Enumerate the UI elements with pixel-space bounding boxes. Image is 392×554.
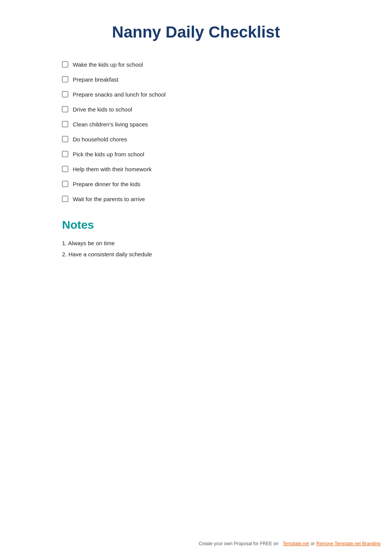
checkbox-8[interactable] (62, 166, 68, 172)
checkbox-5[interactable] (62, 121, 68, 127)
checkbox-9[interactable] (62, 181, 68, 187)
checkbox-7[interactable] (62, 151, 68, 157)
page-title: Nanny Daily Checklist (62, 23, 330, 41)
note-item-1: 1. Always be on time (62, 239, 330, 248)
checkbox-1[interactable] (62, 61, 68, 67)
footer-prefix: Create your own Proposal for FREE on (199, 541, 278, 546)
list-item: Clean children's living spaces (62, 120, 330, 128)
list-item: Do household chores (62, 135, 330, 143)
notes-heading: Notes (62, 218, 330, 231)
checkbox-3[interactable] (62, 91, 68, 97)
list-item: Drive the kids to school (62, 105, 330, 113)
checklist-label-3: Prepare snacks and lunch for school (73, 90, 166, 98)
list-item: Prepare snacks and lunch for school (62, 90, 330, 98)
note-item-2: 2. Have a consistent daily schedule (62, 250, 330, 259)
footer: Create your own Proposal for FREE on Tem… (199, 541, 381, 546)
checklist-label-1: Wake the kids up for school (73, 61, 143, 69)
checkbox-10[interactable] (62, 196, 68, 202)
checklist-label-7: Pick the kids up from school (73, 150, 144, 158)
list-item: Prepare dinner for the kids (62, 180, 330, 188)
checklist-label-4: Drive the kids to school (73, 105, 132, 113)
checkbox-6[interactable] (62, 136, 68, 142)
checklist-label-9: Prepare dinner for the kids (73, 180, 140, 188)
footer-link-remove-branding[interactable]: Remove Template.net Branding (316, 541, 381, 546)
list-item: Pick the kids up from school (62, 150, 330, 158)
checklist-section: Wake the kids up for school Prepare brea… (62, 61, 330, 203)
checklist-label-10: Wait for the parents to arrive (73, 195, 145, 203)
list-item: Wait for the parents to arrive (62, 195, 330, 203)
checklist-label-6: Do household chores (73, 135, 127, 143)
list-item: Help them with their homework (62, 165, 330, 173)
checkbox-4[interactable] (62, 106, 68, 112)
checklist-label-8: Help them with their homework (73, 165, 152, 173)
checklist-label-5: Clean children's living spaces (73, 120, 148, 128)
footer-separator: or (310, 541, 315, 546)
footer-link-template[interactable]: Template.net (283, 541, 309, 546)
list-item: Wake the kids up for school (62, 61, 330, 69)
checkbox-2[interactable] (62, 76, 68, 82)
notes-section: Notes 1. Always be on time 2. Have a con… (62, 218, 330, 259)
checklist-label-2: Prepare breakfast (73, 75, 118, 84)
list-item: Prepare breakfast (62, 75, 330, 84)
